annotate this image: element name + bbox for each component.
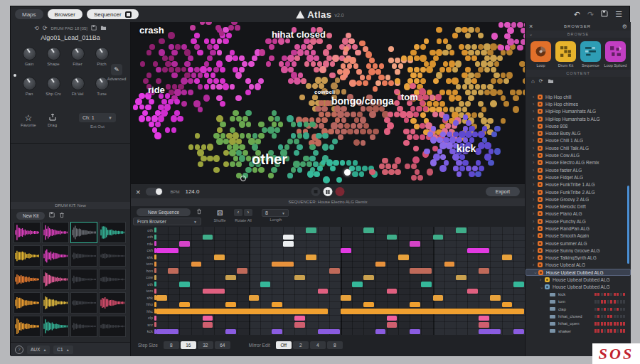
map-sample-dot[interactable] (207, 156, 213, 161)
map-sample-dot[interactable] (469, 84, 474, 90)
sequencer-note[interactable] (410, 302, 420, 308)
map-sample-dot[interactable] (315, 77, 321, 83)
sequencer-note[interactable] (272, 302, 282, 308)
map-sample-dot[interactable] (272, 133, 277, 139)
browser-filter-tile-loop[interactable]: Loop (530, 41, 553, 68)
map-sample-dot[interactable] (300, 161, 306, 168)
map-sample-dot[interactable] (410, 73, 416, 78)
browser-list-item[interactable]: ›House Piano ALG (526, 210, 631, 218)
map-sample-dot[interactable] (201, 156, 207, 162)
map-sample-dot[interactable] (362, 166, 368, 171)
map-sample-dot[interactable] (325, 100, 330, 105)
browser-filter-tile-loop-spliced[interactable]: Loop Spliced (604, 41, 627, 68)
browser-list-item[interactable]: ›House Punchy ALG (526, 218, 631, 225)
browser-list-item[interactable]: ›House Electro ALG Remix (526, 159, 631, 166)
map-sample-dot[interactable] (139, 115, 145, 122)
folder-icon[interactable] (100, 25, 107, 32)
map-sample-dot[interactable] (135, 98, 142, 105)
shuffle-dice-icon[interactable]: ⚄ (210, 209, 229, 218)
map-sample-dot[interactable] (268, 116, 274, 122)
map-sample-dot[interactable] (430, 136, 437, 143)
map-sample-dot[interactable] (413, 112, 418, 117)
browser-list-item[interactable]: ›HipHop Humanhats b ALG (526, 115, 631, 122)
map-sample-dot[interactable] (206, 22, 211, 25)
map-sample-dot[interactable] (411, 175, 417, 181)
map-sample-dot[interactable] (146, 116, 151, 121)
pad-tile[interactable] (99, 292, 126, 314)
map-sample-dot[interactable] (336, 177, 343, 183)
map-sample-dot[interactable] (210, 84, 216, 90)
map-sample-dot[interactable] (168, 32, 174, 38)
advanced-button[interactable]: ✎Advanced (107, 64, 127, 81)
map-sample-dot[interactable] (368, 68, 375, 75)
map-sample-dot[interactable] (340, 160, 345, 165)
map-sample-dot[interactable] (379, 164, 385, 170)
map-sample-dot[interactable] (513, 95, 519, 102)
sequencer-note[interactable] (294, 275, 305, 281)
map-sample-dot[interactable] (471, 78, 477, 84)
map-sample-dot[interactable] (181, 67, 186, 72)
map-sample-dot[interactable] (410, 129, 416, 134)
browser-list-item[interactable]: ›House Chill 1 ALG (526, 137, 631, 144)
map-sample-dot[interactable] (282, 55, 287, 61)
sequencer-note[interactable] (387, 316, 398, 321)
map-sample-dot[interactable] (490, 89, 496, 95)
shape-curve-knob[interactable] (47, 77, 60, 90)
map-sample-dot[interactable] (349, 80, 356, 86)
map-sample-dot[interactable] (245, 78, 250, 83)
map-sample-dot[interactable] (166, 84, 171, 90)
map-sample-dot[interactable] (291, 133, 297, 139)
map-sample-dot[interactable] (478, 44, 484, 50)
map-sample-dot[interactable] (306, 83, 311, 89)
map-sample-dot[interactable] (422, 95, 429, 101)
map-sample-dot[interactable] (354, 117, 359, 122)
map-sample-dot[interactable] (465, 33, 470, 38)
map-sample-dot[interactable] (348, 38, 354, 44)
browser-button[interactable]: Browser (48, 9, 82, 19)
map-sample-dot[interactable] (443, 114, 449, 120)
map-sample-dot[interactable] (353, 63, 359, 69)
map-sample-dot[interactable] (245, 167, 251, 173)
map-sample-dot[interactable] (207, 55, 213, 61)
map-sample-dot[interactable] (337, 69, 343, 75)
map-sample-dot[interactable] (385, 164, 391, 169)
map-sample-dot[interactable] (446, 44, 451, 49)
sequencer-note[interactable] (456, 275, 466, 281)
map-sample-dot[interactable] (149, 99, 154, 105)
map-sample-dot[interactable] (297, 144, 303, 151)
map-sample-dot[interactable] (420, 44, 425, 49)
map-sample-dot[interactable] (312, 95, 317, 100)
bpm-value[interactable]: 124.0 (185, 188, 199, 195)
pad-tile[interactable] (70, 292, 97, 314)
map-sample-dot[interactable] (235, 72, 242, 78)
map-sample-dot[interactable] (146, 50, 152, 55)
map-sample-dot[interactable] (216, 84, 223, 90)
map-sample-dot[interactable] (297, 122, 302, 127)
map-sample-dot[interactable] (417, 175, 424, 181)
map-sample-dot[interactable] (154, 132, 161, 139)
map-sample-dot[interactable] (248, 61, 255, 68)
map-sample-dot[interactable] (501, 118, 506, 124)
map-sample-dot[interactable] (169, 55, 174, 61)
map-sample-dot[interactable] (468, 50, 474, 56)
map-sample-dot[interactable] (440, 154, 445, 159)
sequencer-note[interactable] (398, 255, 409, 260)
map-sample-dot[interactable] (293, 161, 299, 167)
sync-toggle[interactable] (146, 188, 163, 196)
map-sample-dot[interactable] (268, 173, 273, 178)
map-sample-dot[interactable] (367, 129, 373, 134)
map-sample-dot[interactable] (462, 107, 468, 112)
map-playhead-dot[interactable] (344, 169, 351, 176)
sequencer-note[interactable] (203, 316, 213, 321)
map-sample-dot[interactable] (346, 160, 351, 165)
sequencer-note[interactable] (479, 316, 489, 321)
rotate-left-button[interactable]: ‹ (234, 209, 242, 216)
sequencer-note[interactable] (375, 329, 386, 335)
map-sample-dot[interactable] (519, 61, 525, 68)
sequencer-note[interactable] (479, 329, 501, 335)
browser-list-item[interactable]: ›Hip Hop chill (526, 93, 631, 100)
map-sample-dot[interactable] (294, 150, 300, 156)
map-sample-dot[interactable] (357, 123, 363, 129)
map-sample-dot[interactable] (269, 44, 274, 49)
map-sample-dot[interactable] (395, 157, 401, 164)
